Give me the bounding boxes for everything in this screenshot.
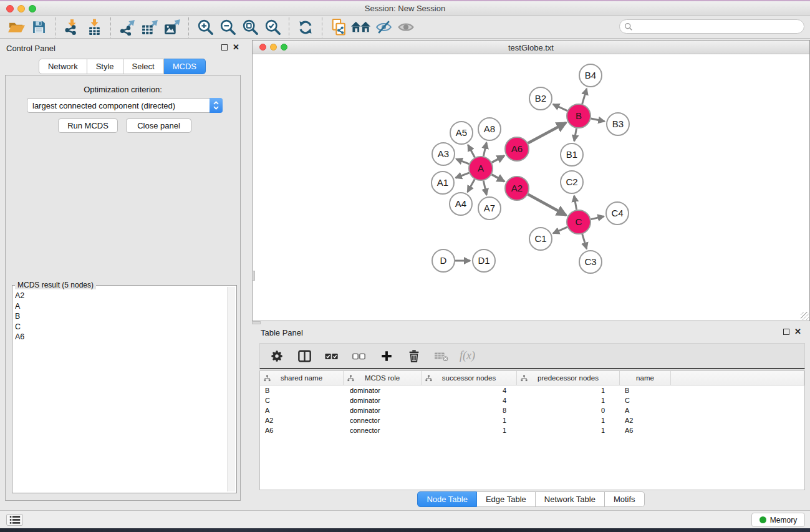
float-table-panel-icon[interactable] <box>783 329 789 335</box>
first-neighbors-button[interactable] <box>350 17 372 37</box>
table-cell: A6 <box>620 425 671 435</box>
mcds-result-item[interactable]: A6 <box>15 332 224 342</box>
splitter-handle-vertical[interactable] <box>252 271 255 281</box>
node-label-C3: C3 <box>584 256 596 267</box>
edge-A2-C[interactable] <box>528 195 566 215</box>
select-all-button[interactable] <box>322 347 341 365</box>
hide-selected-button[interactable] <box>372 17 395 37</box>
edge-C-C2[interactable] <box>574 196 577 210</box>
edge-C-C4[interactable] <box>591 216 604 220</box>
save-session-button[interactable] <box>27 17 50 37</box>
table-cell-filler <box>671 385 804 395</box>
network-graph[interactable]: B4B2BB3A8A5A6A3B1AA1C2A2A4A7C4CC1C3DD1 <box>253 55 809 321</box>
edge-A-A2[interactable] <box>492 175 504 181</box>
table-row[interactable]: Adominator80A <box>260 405 804 415</box>
edge-C-C3[interactable] <box>582 234 587 249</box>
result-list-scrollbar[interactable] <box>227 287 235 491</box>
edge-A-A5[interactable] <box>468 145 475 157</box>
table-row[interactable]: Cdominator41C <box>260 395 804 405</box>
tab-edge-table[interactable]: Edge Table <box>477 491 536 507</box>
zoom-fit-button[interactable] <box>239 17 261 37</box>
tab-motifs[interactable]: Motifs <box>605 491 645 507</box>
edge-A-A1[interactable] <box>456 173 470 178</box>
memory-button[interactable]: Memory <box>751 513 805 527</box>
deselect-all-button[interactable] <box>350 347 369 365</box>
edge-B-B3[interactable] <box>591 118 605 122</box>
tab-network-table[interactable]: Network Table <box>536 491 605 507</box>
edge-A-A6[interactable] <box>492 156 504 163</box>
tab-node-table[interactable]: Node Table <box>417 491 477 507</box>
search-field[interactable] <box>619 19 804 34</box>
tab-select[interactable]: Select <box>123 59 164 74</box>
network-canvas[interactable]: B4B2BB3A8A5A6A3B1AA1C2A2A4A7C4CC1C3DD1 <box>253 55 809 321</box>
table-cell: 1 <box>517 415 620 425</box>
zoom-fit-icon <box>242 19 259 36</box>
window-resize-grip[interactable] <box>801 312 809 320</box>
open-session-button[interactable] <box>5 17 27 37</box>
export-image-button[interactable] <box>161 17 183 37</box>
criterion-selected-value: largest connected component (directed) <box>27 101 210 110</box>
import-table-button[interactable] <box>83 17 105 37</box>
table-cell: dominator <box>344 405 422 415</box>
float-panel-icon[interactable] <box>221 44 228 51</box>
run-mcds-button[interactable]: Run MCDS <box>58 118 118 133</box>
node-label-A4: A4 <box>455 198 466 209</box>
show-all-button[interactable] <box>395 17 417 37</box>
column-header-successor-nodes[interactable]: successor nodes <box>422 371 517 385</box>
app-titlebar[interactable]: Session: New Session <box>0 1 810 16</box>
table-row[interactable]: Bdominator41B <box>260 385 804 395</box>
mcds-result-list[interactable]: A2ABCA6 <box>15 291 224 490</box>
refresh-button[interactable] <box>294 17 317 37</box>
network-window-titlebar[interactable]: testGlobe.txt <box>253 41 809 54</box>
table-settings-button[interactable] <box>268 347 286 365</box>
open-folder-icon <box>7 19 26 35</box>
tab-mcds[interactable]: MCDS <box>164 59 206 74</box>
zoom-selected-button[interactable] <box>261 17 284 37</box>
close-panel-button[interactable]: Close panel <box>126 118 191 133</box>
task-history-button[interactable] <box>6 514 23 526</box>
edge-B-B2[interactable] <box>553 104 567 110</box>
search-input[interactable] <box>633 22 799 31</box>
edge-B-B1[interactable] <box>574 128 577 142</box>
edge-A-A4[interactable] <box>468 179 475 191</box>
edge-A-A3[interactable] <box>456 159 470 164</box>
toolbar-separator <box>322 17 322 37</box>
zoom-in-button[interactable] <box>194 17 216 37</box>
column-header-name[interactable]: name <box>620 371 671 385</box>
edge-A6-B[interactable] <box>528 123 566 143</box>
node-label-A6: A6 <box>511 143 523 154</box>
add-column-button[interactable] <box>377 347 396 365</box>
table-row[interactable]: A2connector11A2 <box>260 415 804 425</box>
mcds-result-item[interactable]: B <box>15 311 224 322</box>
session-title: Session: New Session <box>0 4 810 13</box>
mcds-result-item[interactable]: A <box>15 301 224 312</box>
delete-column-button[interactable] <box>405 347 423 365</box>
column-header-predecessor-nodes[interactable]: predecessor nodes <box>517 371 620 385</box>
toolbar-separator <box>289 17 289 37</box>
edge-A-A8[interactable] <box>483 142 486 156</box>
edge-B-B4[interactable] <box>582 89 587 104</box>
close-table-panel-icon[interactable]: ✕ <box>794 329 801 335</box>
edge-A-A7[interactable] <box>483 181 486 195</box>
tab-style[interactable]: Style <box>87 59 123 74</box>
export-table-button[interactable] <box>138 17 161 37</box>
tab-network[interactable]: Network <box>39 59 87 74</box>
delete-table-button[interactable] <box>432 347 451 365</box>
export-network-button[interactable] <box>116 17 138 37</box>
split-view-button[interactable] <box>295 347 314 365</box>
new-network-from-selection-button[interactable] <box>327 17 350 37</box>
table-cell: A2 <box>620 415 671 425</box>
mcds-result-item[interactable]: C <box>15 322 224 332</box>
close-panel-icon[interactable]: ✕ <box>233 44 239 51</box>
column-header-shared-name[interactable]: shared name <box>260 371 344 385</box>
mcds-result-item[interactable]: A2 <box>15 291 224 301</box>
column-header-MCDS-role[interactable]: MCDS role <box>344 371 422 385</box>
criterion-dropdown[interactable]: largest connected component (directed) <box>27 98 223 113</box>
function-builder-button[interactable]: f(x) <box>460 347 475 365</box>
table-row[interactable]: A6connector11A6 <box>260 425 804 435</box>
table-cell: B <box>260 385 344 395</box>
import-network-button[interactable] <box>60 17 83 37</box>
zoom-out-button[interactable] <box>216 17 239 37</box>
table-cell: 4 <box>422 395 517 405</box>
edge-C-C1[interactable] <box>553 227 567 233</box>
